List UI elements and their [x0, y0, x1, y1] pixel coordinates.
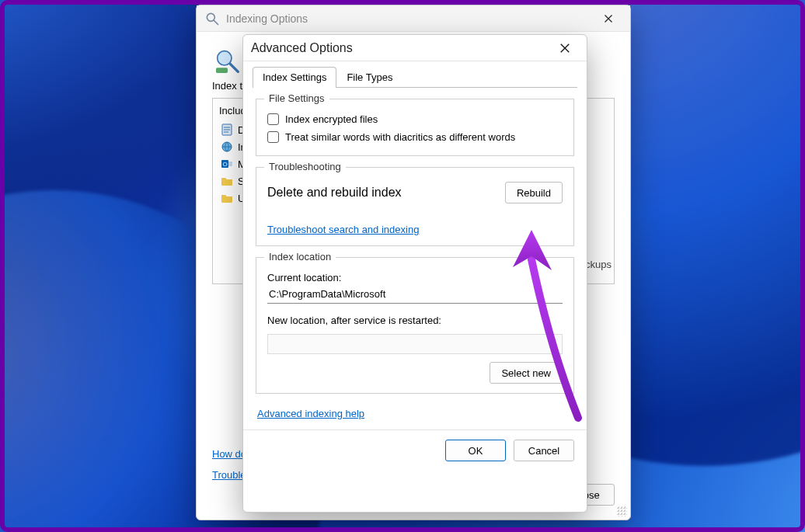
globe-icon	[221, 141, 233, 153]
folder-icon	[221, 175, 233, 187]
troubleshoot-search-link[interactable]: Troubleshoot search and indexing	[267, 224, 419, 235]
file-settings-group: File Settings Index encrypted files Trea…	[256, 99, 574, 156]
diacritics-checkbox-row[interactable]: Treat similar words with diacritics as d…	[267, 128, 563, 146]
select-new-button[interactable]: Select new	[490, 362, 563, 384]
file-settings-legend: File Settings	[264, 92, 329, 104]
cancel-button[interactable]: Cancel	[514, 440, 574, 461]
advanced-close-button[interactable]	[551, 37, 579, 59]
current-location-field[interactable]	[267, 285, 563, 304]
current-location-label: Current location:	[267, 269, 563, 285]
folder-icon	[221, 192, 233, 204]
rebuild-button[interactable]: Rebuild	[505, 182, 563, 203]
index-location-group: Index location Current location: New loc…	[256, 257, 574, 394]
partial-text-right: ckups	[585, 259, 612, 270]
troubleshooting-group: Troubleshooting Delete and rebuild index…	[256, 167, 574, 246]
resize-grip[interactable]	[616, 506, 627, 516]
document-icon	[221, 123, 233, 136]
tab-index-settings[interactable]: Index Settings	[253, 67, 336, 88]
troubleshooting-legend: Troubleshooting	[264, 161, 346, 172]
new-location-field[interactable]	[267, 334, 563, 354]
delete-rebuild-label: Delete and rebuild index	[267, 186, 402, 200]
index-location-legend: Index location	[264, 251, 336, 263]
checkbox-unchecked-icon[interactable]	[267, 113, 279, 125]
indexing-titlebar[interactable]: Indexing Options	[197, 5, 630, 32]
svg-text:O: O	[222, 161, 227, 168]
indexing-title: Indexing Options	[226, 12, 308, 25]
diacritics-label: Treat similar words with diacritics as d…	[285, 131, 515, 143]
indexing-large-icon	[212, 46, 243, 77]
advanced-indexing-help-link[interactable]: Advanced indexing help	[257, 408, 364, 419]
indexing-icon	[204, 11, 220, 26]
checkbox-unchecked-icon[interactable]	[267, 131, 279, 143]
indexing-close-button[interactable]	[594, 8, 622, 30]
advanced-options-dialog: Advanced Options Index Settings File Typ…	[242, 34, 587, 513]
svg-point-0	[207, 13, 214, 21]
new-location-label: New location, after service is restarted…	[267, 311, 563, 328]
advanced-title: Advanced Options	[251, 41, 353, 55]
advanced-titlebar[interactable]: Advanced Options	[243, 35, 587, 61]
svg-line-3	[230, 64, 238, 71]
index-encrypted-checkbox-row[interactable]: Index encrypted files	[267, 110, 563, 128]
svg-rect-12	[228, 162, 232, 166]
svg-line-1	[214, 20, 218, 24]
ok-button[interactable]: OK	[445, 440, 506, 461]
tab-strip: Index Settings File Types	[253, 66, 577, 88]
outlook-icon: O	[221, 158, 233, 170]
index-encrypted-label: Index encrypted files	[285, 113, 378, 125]
tab-file-types[interactable]: File Types	[336, 67, 402, 88]
dialog-button-row: OK Cancel	[243, 429, 587, 471]
svg-rect-4	[216, 68, 228, 73]
